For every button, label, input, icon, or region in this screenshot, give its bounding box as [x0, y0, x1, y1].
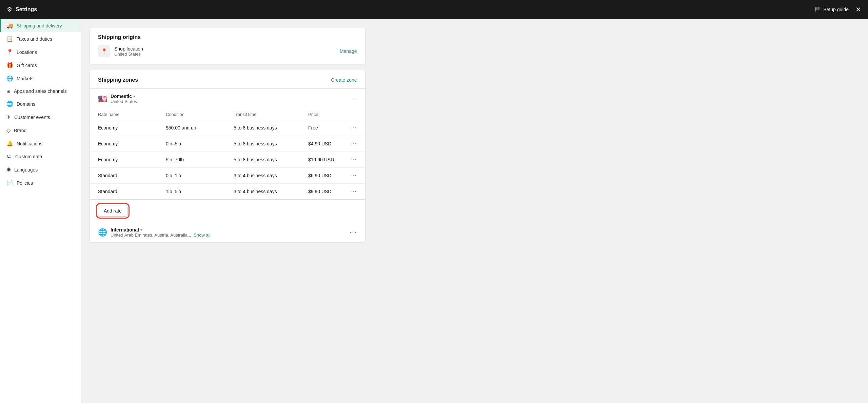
gift-cards-icon: 🎁 — [6, 62, 13, 68]
rate-condition-cell: 0lb–5lb — [158, 136, 225, 152]
taxes-icon: 📋 — [6, 36, 13, 42]
rate-name-cell: Standard — [90, 184, 158, 200]
sidebar-item-brand[interactable]: ◇ Brand — [0, 124, 81, 137]
shipping-origins-title: Shipping origins — [98, 34, 141, 40]
international-zone: 🌐 International ▾ United Arab Emirates, … — [90, 222, 365, 242]
rate-action-cell: ··· — [342, 168, 365, 184]
languages-icon: ✺ — [6, 166, 11, 173]
rate-price-cell: $19.90 USD — [300, 152, 342, 168]
rate-table: Rate name Condition Transit time Price E… — [90, 109, 365, 199]
transit-time-header: Transit time — [225, 109, 300, 120]
sidebar-item-gift-cards[interactable]: 🎁 Gift cards — [0, 59, 81, 72]
flag-icon: 🏴 — [814, 6, 821, 13]
table-row: Standard 1lb–5lb 3 to 4 business days $9… — [90, 184, 365, 200]
rate-action-cell: ··· — [342, 120, 365, 136]
rate-name-cell: Economy — [90, 120, 158, 136]
shop-location-name: Shop location — [114, 46, 336, 52]
top-bar: ⚙ Settings 🏴 Setup guide ✕ — [0, 0, 868, 19]
rate-price-cell: $9.90 USD — [300, 184, 342, 200]
domains-icon: 🌐 — [6, 101, 13, 107]
domestic-chevron-icon: ▾ — [133, 95, 135, 98]
rate-price-cell: $4.90 USD — [300, 136, 342, 152]
international-more-button[interactable]: ··· — [350, 229, 357, 236]
sidebar-item-shipping[interactable]: 🚚 Shipping and delivery — [0, 19, 81, 32]
table-row: Economy 5lb–70lb 5 to 8 business days $1… — [90, 152, 365, 168]
table-row: Economy $50.00 and up 5 to 8 business da… — [90, 120, 365, 136]
rate-more-button[interactable]: ··· — [350, 188, 357, 195]
shipping-zones-title: Shipping zones — [98, 77, 138, 83]
sidebar-item-customer-events[interactable]: ✳ Customer events — [0, 110, 81, 124]
rate-action-cell: ··· — [342, 184, 365, 200]
sidebar-item-locations[interactable]: 📍 Locations — [0, 45, 81, 59]
shipping-zones-card: Shipping zones Create zone 🇺🇸 Domestic ▾… — [90, 70, 366, 243]
brand-icon: ◇ — [6, 127, 11, 134]
rate-transit-cell: 5 to 8 business days — [225, 120, 300, 136]
locations-icon: 📍 — [6, 49, 13, 55]
rate-action-cell: ··· — [342, 136, 365, 152]
rate-more-button[interactable]: ··· — [350, 125, 357, 131]
settings-title: Settings — [16, 6, 37, 13]
table-row: Standard 0lb–1lb 3 to 4 business days $6… — [90, 168, 365, 184]
table-row: Economy 0lb–5lb 5 to 8 business days $4.… — [90, 136, 365, 152]
rate-name-header: Rate name — [90, 109, 158, 120]
domestic-more-button[interactable]: ··· — [350, 95, 357, 102]
domestic-zone-country: United States — [111, 99, 137, 104]
sidebar-item-apps[interactable]: ⊞ Apps and sales channels — [0, 85, 81, 97]
rate-condition-cell: 5lb–70lb — [158, 152, 225, 168]
add-rate-section: Add rate — [90, 199, 365, 222]
policies-icon: 📄 — [6, 180, 13, 186]
custom-data-icon: 🗂 — [6, 154, 12, 160]
rate-name-cell: Economy — [90, 136, 158, 152]
rate-name-cell: Standard — [90, 168, 158, 184]
sidebar-item-taxes[interactable]: 📋 Taxes and duties — [0, 32, 81, 45]
arrow-annotation — [81, 203, 83, 217]
international-countries: United Arab Emirates, Austria, Australia… — [111, 233, 191, 238]
price-header: Price — [300, 109, 342, 120]
sidebar-item-domains[interactable]: 🌐 Domains — [0, 97, 81, 110]
domestic-zone-name: Domestic — [111, 94, 132, 99]
sidebar-item-policies[interactable]: 📄 Policies — [0, 176, 81, 189]
sidebar-item-markets[interactable]: 🌐 Markets — [0, 72, 81, 85]
notifications-icon: 🔔 — [6, 140, 13, 147]
close-button[interactable]: ✕ — [855, 6, 861, 13]
shop-location-icon: 📍 — [98, 45, 110, 57]
shipping-origins-card: Shipping origins 📍 Shop location United … — [90, 27, 366, 64]
rate-transit-cell: 5 to 8 business days — [225, 136, 300, 152]
apps-icon: ⊞ — [6, 88, 11, 94]
globe-icon: 🌐 — [98, 228, 107, 237]
rate-action-cell: ··· — [342, 152, 365, 168]
rate-price-cell: $6.90 USD — [300, 168, 342, 184]
sidebar-item-notifications[interactable]: 🔔 Notifications — [0, 137, 81, 150]
rate-more-button[interactable]: ··· — [350, 173, 357, 179]
show-all-link[interactable]: Show all — [194, 233, 210, 238]
us-flag-icon: 🇺🇸 — [98, 95, 107, 103]
rate-transit-cell: 3 to 4 business days — [225, 168, 300, 184]
add-rate-button[interactable]: Add rate — [98, 205, 127, 217]
main-content: Shipping origins 📍 Shop location United … — [81, 19, 374, 403]
shipping-icon: 🚚 — [6, 22, 13, 29]
rate-condition-cell: $50.00 and up — [158, 120, 225, 136]
markets-icon: 🌐 — [6, 75, 13, 82]
rate-name-cell: Economy — [90, 152, 158, 168]
rate-condition-cell: 0lb–1lb — [158, 168, 225, 184]
rate-more-button[interactable]: ··· — [350, 141, 357, 147]
rate-transit-cell: 5 to 8 business days — [225, 152, 300, 168]
domestic-zone: 🇺🇸 Domestic ▾ United States ··· — [90, 88, 365, 222]
rate-transit-cell: 3 to 4 business days — [225, 184, 300, 200]
rate-condition-cell: 1lb–5lb — [158, 184, 225, 200]
rate-more-button[interactable]: ··· — [350, 157, 357, 163]
condition-header: Condition — [158, 109, 225, 120]
shop-location-country: United States — [114, 52, 336, 57]
customer-events-icon: ✳ — [6, 114, 11, 120]
create-zone-link[interactable]: Create zone — [331, 77, 357, 83]
setup-guide-button[interactable]: 🏴 Setup guide — [814, 6, 849, 13]
manage-link[interactable]: Manage — [340, 48, 357, 54]
rate-price-cell: Free — [300, 120, 342, 136]
international-chevron-icon: ▾ — [140, 228, 142, 232]
sidebar: 🚚 Shipping and delivery 📋 Taxes and duti… — [0, 19, 81, 403]
sidebar-item-languages[interactable]: ✺ Languages — [0, 163, 81, 176]
international-zone-name: International — [111, 227, 139, 233]
gear-icon: ⚙ — [7, 6, 12, 13]
sidebar-item-custom-data[interactable]: 🗂 Custom data — [0, 150, 81, 163]
